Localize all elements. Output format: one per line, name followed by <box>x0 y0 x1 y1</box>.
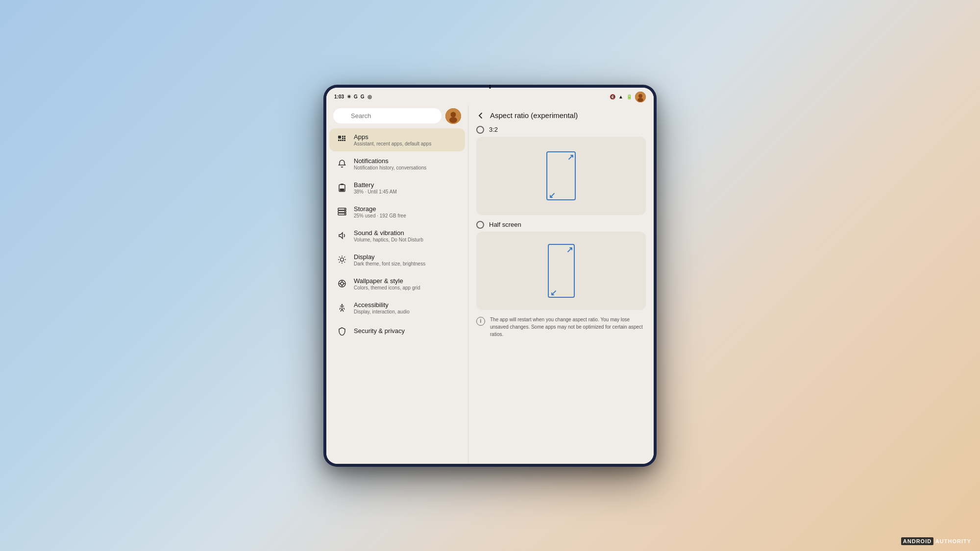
status-right: 🔇 ▲ 🔋 <box>610 92 646 102</box>
security-title: Security & privacy <box>354 327 405 335</box>
detail-title: Aspect ratio (experimental) <box>490 111 578 120</box>
security-icon <box>336 325 348 337</box>
settings-item-sound[interactable]: Sound & vibration Volume, haptics, Do No… <box>329 224 465 247</box>
security-text: Security & privacy <box>354 327 405 335</box>
notifications-title: Notifications <box>354 157 426 165</box>
status-carrier: G <box>354 94 358 99</box>
settings-item-wallpaper[interactable]: Wallpaper & style Colors, themed icons, … <box>329 272 465 295</box>
fold-line-bottom <box>485 464 495 467</box>
notifications-subtitle: Notification history, conversations <box>354 165 426 170</box>
battery-text: Battery 38% · Until 1:45 AM <box>354 181 397 194</box>
svg-point-2 <box>637 98 643 102</box>
svg-rect-10 <box>344 138 345 139</box>
detail-body: 3:2 <box>468 124 654 464</box>
status-location-icon: ◎ <box>368 94 372 99</box>
svg-rect-11 <box>338 140 340 141</box>
wallpaper-text: Wallpaper & style Colors, themed icons, … <box>354 277 420 290</box>
main-content: 🔍 <box>326 105 654 464</box>
accessibility-subtitle: Display, interaction, audio <box>354 309 410 314</box>
svg-rect-13 <box>342 140 343 141</box>
svg-point-24 <box>341 258 344 262</box>
expand-arrow-icon-2 <box>566 246 572 252</box>
user-avatar[interactable] <box>445 108 461 124</box>
ratio-option-half[interactable]: Half screen <box>476 221 646 310</box>
svg-point-26 <box>341 282 343 285</box>
accessibility-title: Accessibility <box>354 301 410 309</box>
svg-point-22 <box>344 211 345 212</box>
ratio-label-3-2: 3:2 <box>489 126 498 133</box>
display-title: Display <box>354 253 425 261</box>
phone-preview-3-2 <box>546 151 576 200</box>
settings-item-battery[interactable]: Battery 38% · Until 1:45 AM <box>329 176 465 199</box>
accessibility-text: Accessibility Display, interaction, audi… <box>354 301 410 314</box>
svg-rect-7 <box>342 136 343 137</box>
radio-circle-1[interactable] <box>476 126 484 134</box>
status-time: 1:03 <box>334 94 344 99</box>
sound-icon <box>336 230 348 241</box>
settings-item-display[interactable]: Display Dark theme, font size, brightnes… <box>329 248 465 271</box>
status-wifi-icon: ✳ <box>347 94 351 99</box>
display-subtitle: Dark theme, font size, brightness <box>354 261 425 266</box>
search-bar-container: 🔍 <box>326 105 468 128</box>
status-left: 1:03 ✳ G G ◎ <box>334 94 372 99</box>
ratio-preview-1 <box>476 137 646 215</box>
svg-point-27 <box>342 304 343 306</box>
avatar-image <box>635 92 646 102</box>
svg-point-1 <box>638 94 642 98</box>
storage-subtitle: 25% used · 192 GB free <box>354 213 406 218</box>
battery-title: Battery <box>354 181 397 189</box>
status-bar: 1:03 ✳ G G ◎ 🔇 ▲ 🔋 <box>326 88 654 105</box>
settings-item-security[interactable]: Security & privacy <box>329 320 465 342</box>
avatar[interactable] <box>635 92 646 102</box>
wallpaper-subtitle: Colors, themed icons, app grid <box>354 285 420 290</box>
user-avatar-image <box>445 108 461 124</box>
settings-item-storage[interactable]: Storage 25% used · 192 GB free <box>329 200 465 223</box>
status-signal-icon: ▲ <box>618 94 623 99</box>
ratio-label-row-2: Half screen <box>476 221 646 229</box>
svg-point-4 <box>451 112 456 117</box>
watermark: ANDROID AUTHORITY <box>901 538 971 544</box>
search-input[interactable] <box>333 108 441 123</box>
info-icon: i <box>476 317 485 326</box>
detail-header: Aspect ratio (experimental) <box>468 105 654 124</box>
sound-subtitle: Volume, haptics, Do Not Disturb <box>354 237 423 242</box>
info-section: i The app will restart when you change a… <box>476 316 646 338</box>
svg-rect-12 <box>340 140 342 141</box>
expand-arrow-icon <box>567 154 573 160</box>
phone-preview-half <box>548 244 575 298</box>
display-text: Display Dark theme, font size, brightnes… <box>354 253 425 266</box>
display-icon <box>336 254 348 265</box>
notifications-text: Notifications Notification history, conv… <box>354 157 426 170</box>
svg-point-21 <box>344 209 345 210</box>
apps-subtitle: Assistant, recent apps, default apps <box>354 141 431 146</box>
settings-panel: 🔍 <box>326 105 468 464</box>
fold-line-top <box>490 85 491 89</box>
svg-rect-9 <box>342 138 343 139</box>
radio-circle-2[interactable] <box>476 221 484 229</box>
storage-icon <box>336 206 348 217</box>
ratio-preview-2 <box>476 232 646 310</box>
storage-title: Storage <box>354 205 406 213</box>
phone-outer: 1:03 ✳ G G ◎ 🔇 ▲ 🔋 <box>323 85 657 467</box>
apps-icon <box>336 134 348 145</box>
detail-panel: Aspect ratio (experimental) 3:2 <box>468 105 654 464</box>
search-wrapper[interactable]: 🔍 <box>333 108 441 123</box>
back-button[interactable] <box>476 111 485 120</box>
accessibility-icon <box>336 302 348 313</box>
apps-text: Apps Assistant, recent apps, default app… <box>354 133 431 146</box>
wallpaper-icon <box>336 278 348 289</box>
ratio-label-row-1: 3:2 <box>476 126 646 134</box>
settings-item-apps[interactable]: Apps Assistant, recent apps, default app… <box>329 128 465 151</box>
ratio-option-3-2[interactable]: 3:2 <box>476 126 646 215</box>
battery-icon <box>336 182 348 193</box>
svg-rect-17 <box>340 189 344 191</box>
svg-point-5 <box>449 117 457 123</box>
sound-text: Sound & vibration Volume, haptics, Do No… <box>354 229 423 242</box>
apps-title: Apps <box>354 133 431 141</box>
settings-item-notifications[interactable]: Notifications Notification history, conv… <box>329 152 465 175</box>
status-battery-icon: 🔋 <box>626 94 632 99</box>
info-text: The app will restart when you change asp… <box>490 316 646 338</box>
status-mute-icon: 🔇 <box>610 94 615 99</box>
settings-item-accessibility[interactable]: Accessibility Display, interaction, audi… <box>329 296 465 319</box>
status-g-icon: G <box>361 94 365 99</box>
